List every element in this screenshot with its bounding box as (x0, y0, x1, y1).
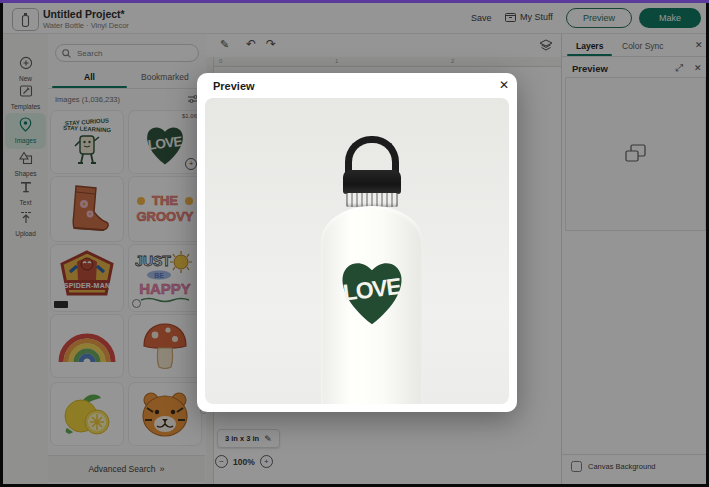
window-top-accent (0, 0, 709, 3)
bottle-cap (343, 170, 401, 194)
modal-close-icon[interactable]: ✕ (499, 78, 509, 92)
love-heart-decal: LOVE (339, 255, 405, 329)
bottle-neck-band (346, 193, 398, 207)
modal-title: Preview (213, 80, 255, 92)
app-window: Untitled Project* Water Bottle · Vinyl D… (0, 0, 709, 487)
product-preview-stage: LOVE (205, 98, 509, 404)
preview-modal: Preview ✕ LOVE (197, 73, 517, 412)
